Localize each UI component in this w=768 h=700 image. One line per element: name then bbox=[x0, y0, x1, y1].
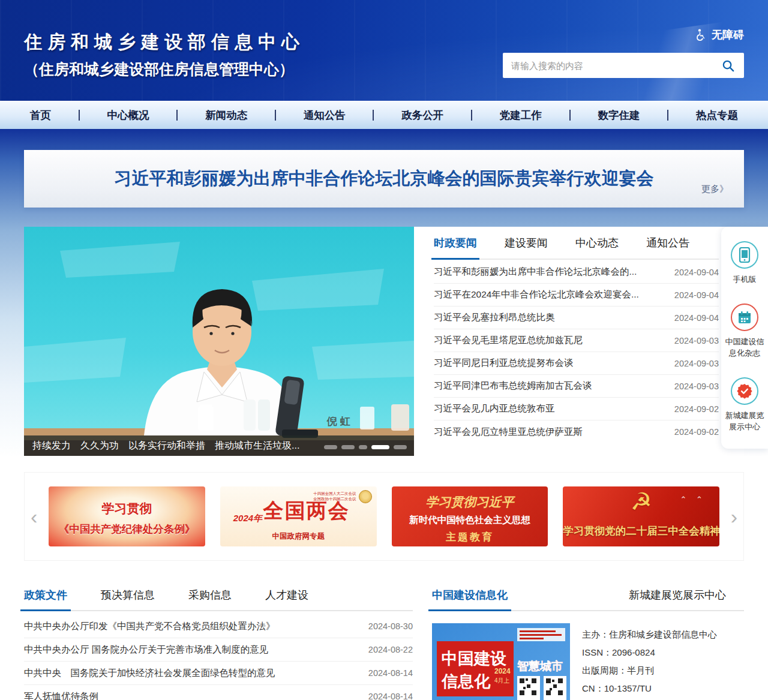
cover-year: 2024 bbox=[494, 667, 511, 675]
news-item-title: 习近平会见塞拉利昂总统比奥 bbox=[434, 311, 674, 324]
tab-notices[interactable]: 通知公告 bbox=[646, 227, 689, 259]
nav-item-party-building[interactable]: 党建工作 bbox=[496, 106, 545, 125]
cover-issue: 4月上 bbox=[494, 677, 510, 684]
quick-link-label: 中国建设信息化杂志 bbox=[724, 336, 766, 359]
policy-item-title: 军人抚恤优待条例 bbox=[24, 690, 368, 700]
news-item-title: 习近平同尼日利亚总统提努布会谈 bbox=[434, 357, 674, 369]
tab-procurement-info[interactable]: 采购信息 bbox=[188, 580, 232, 610]
carousel-next-icon[interactable]: › bbox=[731, 506, 737, 527]
tab-china-construction-informatization[interactable]: 中国建设信息化 bbox=[432, 580, 508, 610]
tab-current-politics[interactable]: 时政要闻 bbox=[434, 227, 477, 259]
quick-link-label: 手机版 bbox=[724, 274, 766, 286]
nav-item-digital-housing[interactable]: 数字住建 bbox=[594, 106, 643, 125]
banner-text: 主题教育 bbox=[392, 530, 548, 544]
tab-new-urban-expo-center[interactable]: 新城建展览展示中心 bbox=[629, 580, 726, 610]
nav-divider bbox=[79, 110, 80, 121]
nav-divider bbox=[176, 110, 178, 121]
nav-item-gov-affairs[interactable]: 政务公开 bbox=[398, 106, 447, 125]
nav-divider bbox=[667, 110, 668, 121]
news-list-item[interactable]: 习近平会见厄立特里亚总统伊萨亚斯 2024-09-02 bbox=[434, 420, 719, 443]
main-nav: 首页 中心概况 新闻动态 通知公告 政务公开 党建工作 数字住建 热点专题 bbox=[0, 101, 768, 129]
carousel-dot[interactable] bbox=[324, 445, 337, 449]
banner-text: 全国两会 bbox=[263, 497, 350, 525]
site-logo: 住房和城乡建设部信息中心 （住房和城乡建设部住房信息管理中心） bbox=[24, 30, 305, 79]
banner-discipline-regulations[interactable]: 学习贯彻 《中国共产党纪律处分条例》 bbox=[49, 486, 205, 546]
nav-divider bbox=[569, 110, 571, 121]
nav-divider bbox=[373, 110, 374, 121]
magazine-info-line: 出 版 地：北京市 bbox=[582, 698, 717, 700]
policy-tabs: 政策文件 预决算信息 采购信息 人才建设 bbox=[24, 580, 413, 611]
news-list-item[interactable]: 习近平会见塞拉利昂总统比奥 2024-09-04 bbox=[434, 307, 719, 329]
accessibility-label: 无障碍 bbox=[712, 28, 744, 42]
magazine-panel: 中国建设信息化 新城建展览展示中心 中国建 bbox=[432, 580, 744, 700]
news-item-title: 习近平同津巴布韦总统姆南加古瓦会谈 bbox=[434, 380, 674, 392]
banner-track: 学习贯彻 《中国共产党纪律处分条例》 十四届全国人大二次会议 全国政协十四届二次… bbox=[49, 486, 719, 546]
banner-thought-education[interactable]: 学习贯彻习近平 新时代中国特色社会主义思想 主题教育 bbox=[392, 486, 548, 546]
accessibility-link[interactable]: 无障碍 bbox=[693, 28, 744, 42]
banner-two-sessions[interactable]: 十四届全国人大二次会议 全国政协十四届二次会议 2024年 全国两会 中国政府网… bbox=[220, 486, 377, 546]
nav-item-news[interactable]: 新闻动态 bbox=[202, 106, 251, 125]
search-button[interactable] bbox=[720, 58, 736, 73]
nav-item-home[interactable]: 首页 bbox=[26, 106, 55, 125]
nav-item-about[interactable]: 中心概况 bbox=[104, 106, 153, 125]
headline-more-link[interactable]: 更多》 bbox=[701, 184, 728, 195]
news-list-item[interactable]: 习近平和彭丽媛为出席中非合作论坛北京峰会的... 2024-09-04 bbox=[434, 261, 719, 284]
tab-policy-documents[interactable]: 政策文件 bbox=[24, 580, 67, 610]
cover-subtitle: 智慧城市 bbox=[517, 660, 563, 672]
carousel-dot-active[interactable] bbox=[371, 445, 389, 449]
policy-list-item[interactable]: 中共中央办公厅印发《中国共产党不合格党员组织处置办法》 2024-08-30 bbox=[24, 615, 413, 638]
qr-code bbox=[517, 676, 540, 700]
news-item-date: 2024-09-02 bbox=[674, 404, 719, 414]
cover-title-line2: 信息化 bbox=[441, 672, 491, 690]
carousel-prev-icon[interactable]: ‹ bbox=[31, 506, 37, 527]
bottom-section: 政策文件 预决算信息 采购信息 人才建设 中共中央办公厅印发《中国共产党不合格党… bbox=[24, 580, 744, 700]
policy-panel: 政策文件 预决算信息 采购信息 人才建设 中共中央办公厅印发《中国共产党不合格党… bbox=[24, 580, 413, 700]
tab-budget-info[interactable]: 预决算信息 bbox=[101, 580, 155, 610]
quick-link-magazine[interactable]: 中国建设信息化杂志 bbox=[723, 304, 766, 359]
policy-list: 中共中央办公厅印发《中国共产党不合格党员组织处置办法》 2024-08-30 中… bbox=[24, 611, 413, 700]
quick-link-mobile[interactable]: 手机版 bbox=[723, 241, 766, 286]
policy-list-item[interactable]: 中共中央 国务院关于加快经济社会发展全面绿色转型的意见 2024-08-14 bbox=[24, 662, 413, 685]
carousel-dot[interactable] bbox=[394, 445, 407, 449]
nav-item-hot-topics[interactable]: 热点专题 bbox=[692, 106, 742, 125]
national-emblem-icon bbox=[359, 490, 372, 503]
news-list-item[interactable]: 习近平会见几内亚总统敦布亚 2024-09-02 bbox=[434, 398, 719, 420]
tab-talent-development[interactable]: 人才建设 bbox=[265, 580, 308, 610]
banner-text: 学习贯彻党的二十届三中全会精神 bbox=[563, 524, 719, 538]
search-input[interactable] bbox=[511, 61, 720, 71]
video-player[interactable]: 倪 虹 持续发力 久久为功 以务实行动和举措 推动城市生活垃圾... bbox=[24, 227, 414, 456]
wheelchair-icon bbox=[693, 28, 706, 41]
page: 住房和城乡建设部信息中心 （住房和城乡建设部住房信息管理中心） 无障碍 首页 中… bbox=[0, 0, 768, 700]
magazine-info-line: 出版周期：半月刊 bbox=[582, 662, 717, 680]
headline-banner: 习近平和彭丽媛为出席中非合作论坛北京峰会的国际贵宾举行欢迎宴会 更多》 bbox=[24, 150, 744, 208]
headline-link[interactable]: 习近平和彭丽媛为出席中非合作论坛北京峰会的国际贵宾举行欢迎宴会 bbox=[24, 167, 744, 191]
cover-title-line1: 中国建设 bbox=[442, 650, 506, 668]
magazine-info-list: 主办：住房和城乡建设部信息中心 ISSN：2096-0824 出版周期：半月刊 … bbox=[582, 623, 717, 700]
news-item-title: 习近平会见毛里塔尼亚总统加兹瓦尼 bbox=[434, 334, 674, 347]
policy-item-title: 中共中央办公厅 国务院办公厅关于完善市场准入制度的意见 bbox=[24, 644, 368, 656]
news-item-date: 2024-09-03 bbox=[674, 336, 719, 346]
policy-list-item[interactable]: 中共中央办公厅 国务院办公厅关于完善市场准入制度的意见 2024-08-22 bbox=[24, 638, 413, 662]
carousel-dot[interactable] bbox=[359, 445, 367, 449]
magazine-cover[interactable]: 中国建设 信息化 2024 4月上 智慧城市 bbox=[432, 623, 570, 700]
news-list-item[interactable]: 习近平同津巴布韦总统姆南加古瓦会谈 2024-09-03 bbox=[434, 375, 719, 398]
policy-item-title: 中共中央 国务院关于加快经济社会发展全面绿色转型的意见 bbox=[24, 667, 368, 680]
quick-link-expo-center[interactable]: 新城建展览展示中心 bbox=[723, 377, 766, 433]
nav-item-notices[interactable]: 通知公告 bbox=[300, 106, 349, 125]
news-item-title: 习近平会见厄立特里亚总统伊萨亚斯 bbox=[434, 426, 674, 438]
banner-plenary-session[interactable]: ☭ ⌃ ⌃ 学习贯彻党的二十届三中全会精神 bbox=[563, 486, 719, 546]
news-list-item[interactable]: 习近平会见毛里塔尼亚总统加兹瓦尼 2024-09-03 bbox=[434, 329, 719, 352]
tab-construction-news[interactable]: 建设要闻 bbox=[505, 227, 548, 259]
news-list-item[interactable]: 习近平在2024年中非合作论坛北京峰会欢迎宴会... 2024-09-04 bbox=[434, 284, 719, 307]
carousel-dot[interactable] bbox=[341, 445, 355, 449]
nav-divider bbox=[275, 110, 276, 121]
news-item-date: 2024-09-04 bbox=[674, 290, 719, 300]
site-subtitle: （住房和城乡建设部住房信息管理中心） bbox=[24, 59, 305, 79]
policy-list-item[interactable]: 军人抚恤优待条例 2024-08-14 bbox=[24, 685, 413, 700]
site-header: 住房和城乡建设部信息中心 （住房和城乡建设部住房信息管理中心） 无障碍 bbox=[0, 0, 768, 101]
tab-center-updates[interactable]: 中心动态 bbox=[575, 227, 619, 259]
banner-text: 学习贯彻习近平 bbox=[392, 494, 548, 510]
news-list-item[interactable]: 习近平同尼日利亚总统提努布会谈 2024-09-03 bbox=[434, 352, 719, 375]
banner-text: 中国政府网专题 bbox=[220, 531, 377, 542]
quick-link-label: 新城建展览展示中心 bbox=[724, 410, 766, 433]
